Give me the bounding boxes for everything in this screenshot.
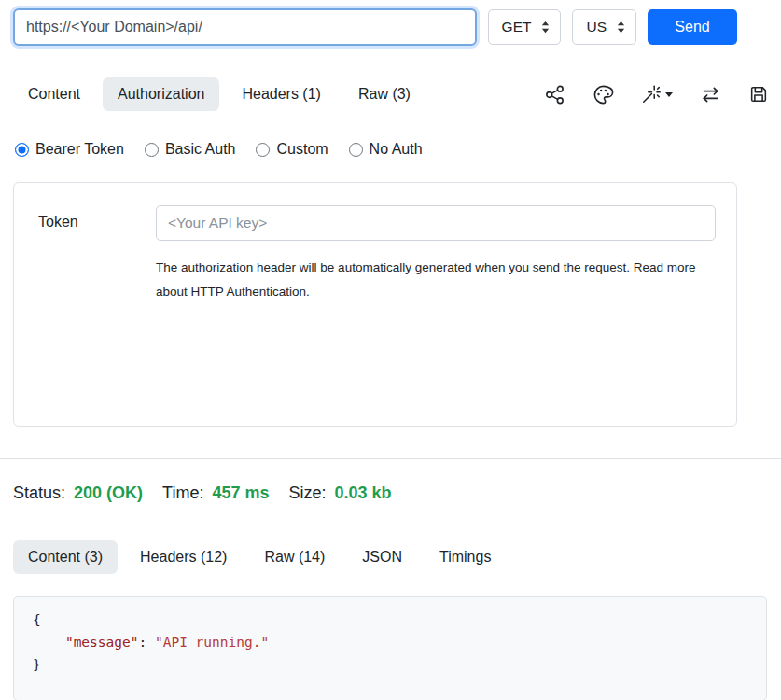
json-key: "message" <box>65 635 139 650</box>
request-toolbar <box>544 84 769 105</box>
tab-raw[interactable]: Raw (3) <box>343 77 425 111</box>
auth-option-label: No Auth <box>370 141 423 158</box>
response-size: Size: 0.03 kb <box>288 483 391 503</box>
json-string-value: "API running." <box>155 635 269 650</box>
json-open-brace: { <box>33 612 41 627</box>
status-bar: Status: 200 (OK) Time: 457 ms Size: 0.03… <box>0 459 781 503</box>
method-select-value: GET <box>502 19 532 35</box>
status-label: Status: <box>13 483 65 503</box>
save-button[interactable] <box>748 84 769 105</box>
status-value: 200 (OK) <box>74 483 143 503</box>
tab-response-raw[interactable]: Raw (14) <box>249 540 340 574</box>
auth-option-bearer-token[interactable]: Bearer Token <box>15 141 124 158</box>
radio-unchecked-icon <box>256 143 270 157</box>
tab-authorization[interactable]: Authorization <box>103 77 219 111</box>
response-time: Time: 457 ms <box>162 483 269 503</box>
response-json-code: { "message": "API running." } <box>33 609 747 676</box>
tab-response-content[interactable]: Content (3) <box>13 540 118 574</box>
json-close-brace: } <box>33 657 41 672</box>
theme-button[interactable] <box>593 84 614 105</box>
auth-option-no-auth[interactable]: No Auth <box>349 141 423 158</box>
auth-type-group: Bearer Token Basic Auth Custom No Auth <box>15 141 768 158</box>
magic-wand-icon <box>641 84 662 105</box>
magic-wand-dropdown[interactable] <box>641 84 673 105</box>
tab-content[interactable]: Content <box>13 77 95 111</box>
save-icon <box>748 84 769 105</box>
token-input[interactable] <box>156 205 716 241</box>
method-select[interactable]: GET <box>488 9 562 45</box>
updown-arrows-icon <box>617 21 625 34</box>
token-help-text: The authorization header will be automat… <box>156 256 716 303</box>
token-panel: Token The authorization header will be a… <box>13 182 737 427</box>
share-button[interactable] <box>544 84 565 105</box>
swap-button[interactable] <box>700 84 721 105</box>
palette-icon <box>593 84 614 105</box>
api-client-page: GET US Send Content Authorization Header… <box>0 0 781 700</box>
json-line: "message": "API running." <box>33 635 269 650</box>
request-bar: GET US Send <box>0 0 781 46</box>
auth-option-custom[interactable]: Custom <box>256 141 328 158</box>
tab-headers[interactable]: Headers (1) <box>227 77 335 111</box>
response-tabs: Content (3) Headers (12) Raw (14) JSON T… <box>13 540 769 574</box>
region-select-value: US <box>586 19 607 35</box>
tab-response-timings[interactable]: Timings <box>425 540 506 574</box>
time-label: Time: <box>162 483 203 503</box>
auth-option-label: Basic Auth <box>165 141 236 158</box>
region-select[interactable]: US <box>572 9 636 45</box>
json-separator: : <box>138 635 154 650</box>
chevron-down-icon <box>665 92 673 97</box>
auth-option-basic-auth[interactable]: Basic Auth <box>145 141 236 158</box>
radio-unchecked-icon <box>145 143 159 157</box>
radio-checked-icon <box>15 143 29 157</box>
tab-response-json[interactable]: JSON <box>347 540 417 574</box>
token-label: Token <box>38 205 156 426</box>
radio-unchecked-icon <box>349 143 363 157</box>
auth-option-label: Bearer Token <box>35 141 124 158</box>
share-icon <box>544 84 565 105</box>
swap-arrows-icon <box>700 84 721 105</box>
updown-arrows-icon <box>541 21 550 34</box>
token-field-column: The authorization header will be automat… <box>156 205 716 426</box>
response-body-panel: { "message": "API running." } <box>13 596 767 700</box>
status-code: Status: 200 (OK) <box>13 483 143 503</box>
tab-response-headers[interactable]: Headers (12) <box>125 540 242 574</box>
request-tabs: Content Authorization Headers (1) Raw (3… <box>13 77 769 111</box>
size-value: 0.03 kb <box>335 483 392 503</box>
url-input[interactable] <box>13 8 477 46</box>
auth-option-label: Custom <box>276 141 328 158</box>
send-button[interactable]: Send <box>648 9 737 45</box>
time-value: 457 ms <box>212 483 269 503</box>
size-label: Size: <box>288 483 326 503</box>
